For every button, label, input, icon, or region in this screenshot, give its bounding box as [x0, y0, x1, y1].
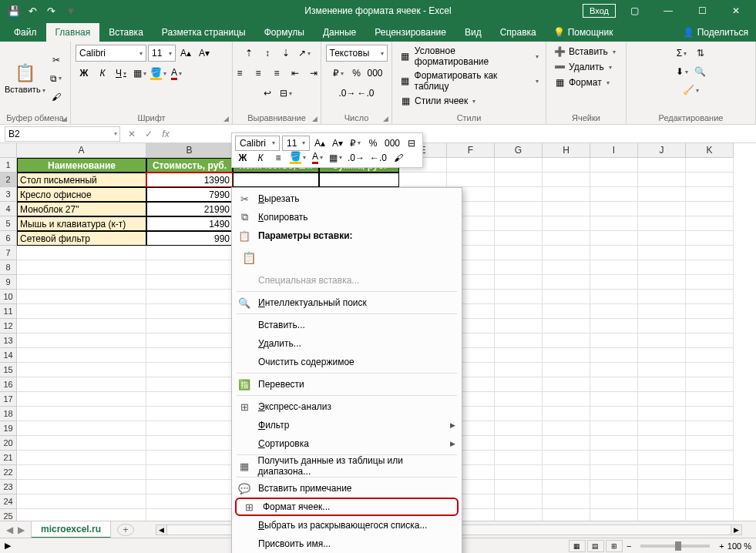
cell-B12[interactable] [146, 319, 233, 333]
cell-H12[interactable] [543, 319, 590, 333]
cell-B14[interactable] [146, 348, 233, 363]
cell-G25[interactable] [495, 509, 543, 521]
cell-H25[interactable] [543, 509, 590, 521]
cell-B22[interactable] [146, 465, 233, 480]
fill-color-icon[interactable]: 🪣▾ [150, 65, 166, 82]
cell-B15[interactable] [146, 363, 233, 377]
mini-italic-button[interactable]: К [253, 150, 268, 166]
cell-A8[interactable] [17, 260, 146, 275]
cell-I9[interactable] [590, 275, 638, 290]
enter-formula-icon[interactable]: ✓ [140, 129, 157, 139]
view-normal-icon[interactable]: ▦ [569, 540, 586, 552]
view-page-layout-icon[interactable]: ▤ [587, 540, 604, 552]
cell-I18[interactable] [590, 407, 638, 421]
ctx-quick-analysis[interactable]: ⊞Экспресс-анализ [232, 397, 462, 416]
cell-K3[interactable] [686, 187, 734, 202]
decrease-indent-icon[interactable]: ⇤ [287, 65, 304, 82]
cell-G5[interactable] [495, 216, 543, 231]
cell-I23[interactable] [590, 480, 638, 494]
cell-A7[interactable] [17, 246, 146, 260]
row-header-24[interactable]: 24 [0, 494, 17, 509]
cell-J7[interactable] [638, 246, 686, 260]
cell-B13[interactable] [146, 333, 233, 348]
cell-J16[interactable] [638, 377, 686, 392]
qat-customize-icon[interactable]: ▼ [63, 3, 79, 18]
cell-A13[interactable] [17, 333, 146, 348]
align-right-icon[interactable]: ≡ [268, 65, 285, 82]
cell-J20[interactable] [638, 436, 686, 451]
ctx-get-table-data[interactable]: ▦Получить данные из таблицы или диапазон… [232, 457, 462, 475]
cell-H1[interactable] [543, 158, 590, 173]
cell-G18[interactable] [495, 407, 543, 421]
mini-percent-icon[interactable]: % [365, 136, 381, 151]
cell-I10[interactable] [590, 290, 638, 304]
cell-B4[interactable]: 21990 [146, 202, 233, 216]
cell-I25[interactable] [590, 509, 638, 521]
cell-A6[interactable]: Сетевой фильтр [17, 231, 146, 246]
tell-me[interactable]: 💡Помощник [546, 23, 621, 42]
cell-K13[interactable] [686, 333, 734, 348]
cell-H23[interactable] [543, 480, 590, 494]
underline-button[interactable]: Ч▾ [113, 65, 129, 82]
cell-J1[interactable] [638, 158, 686, 173]
name-box[interactable]: B2▾ [5, 126, 120, 142]
tab-data[interactable]: Данные [314, 23, 365, 42]
number-launcher-icon[interactable]: ◢ [383, 115, 388, 122]
align-middle-icon[interactable]: ↕ [259, 45, 276, 62]
cell-G23[interactable] [495, 480, 543, 494]
tab-formulas[interactable]: Формулы [255, 23, 314, 42]
cell-J3[interactable] [638, 187, 686, 202]
tab-file[interactable]: Файл [5, 23, 46, 42]
cell-I17[interactable] [590, 392, 638, 407]
italic-button[interactable]: К [94, 65, 111, 82]
cell-A17[interactable] [17, 392, 146, 407]
mini-size-combo[interactable]: 11▾ [282, 136, 310, 151]
decrease-decimal-icon[interactable]: ←.0 [358, 85, 375, 102]
mini-format-painter-icon[interactable]: 🖌 [391, 150, 406, 166]
cell-J24[interactable] [638, 494, 686, 509]
cell-I1[interactable] [590, 158, 638, 173]
row-header-19[interactable]: 19 [0, 421, 17, 436]
cut-icon[interactable]: ✂ [48, 52, 65, 69]
zoom-out-button[interactable]: − [627, 541, 631, 551]
row-header-17[interactable]: 17 [0, 392, 17, 407]
cell-A22[interactable] [17, 465, 146, 480]
cell-K20[interactable] [686, 436, 734, 451]
save-icon[interactable]: 💾 [6, 3, 22, 18]
row-header-10[interactable]: 10 [0, 290, 17, 304]
cell-K25[interactable] [686, 509, 734, 521]
col-header-G[interactable]: G [495, 143, 543, 158]
mini-decimals-inc-icon[interactable]: .0→ [346, 150, 366, 166]
cell-G13[interactable] [495, 333, 543, 348]
cell-K24[interactable] [686, 494, 734, 509]
row-header-1[interactable]: 1 [0, 158, 17, 173]
mini-font-combo[interactable]: Calibri▾ [235, 136, 280, 151]
cell-B21[interactable] [146, 451, 233, 465]
clipboard-launcher-icon[interactable]: ◢ [62, 115, 67, 122]
row-header-7[interactable]: 7 [0, 246, 17, 260]
row-header-22[interactable]: 22 [0, 465, 17, 480]
format-as-table-button[interactable]: ▦Форматировать как таблицу▾ [397, 69, 541, 92]
increase-indent-icon[interactable]: ⇥ [305, 65, 322, 82]
cell-G9[interactable] [495, 275, 543, 290]
cell-K2[interactable] [686, 173, 734, 187]
cell-J22[interactable] [638, 465, 686, 480]
cell-A19[interactable] [17, 421, 146, 436]
cell-I6[interactable] [590, 231, 638, 246]
cell-G10[interactable] [495, 290, 543, 304]
cell-I13[interactable] [590, 333, 638, 348]
tab-home[interactable]: Главная [46, 23, 100, 42]
cell-I12[interactable] [590, 319, 638, 333]
cell-J2[interactable] [638, 173, 686, 187]
row-header-12[interactable]: 12 [0, 319, 17, 333]
copy-icon[interactable]: ⧉▾ [48, 70, 65, 87]
ctx-cut[interactable]: ✂Вырезать [232, 189, 462, 208]
cell-G22[interactable] [495, 465, 543, 480]
delete-cells-button[interactable]: ➖Удалить▾ [551, 60, 614, 74]
cell-G3[interactable] [495, 187, 543, 202]
cell-J12[interactable] [638, 319, 686, 333]
cell-G17[interactable] [495, 392, 543, 407]
sheet-tab-active[interactable]: microexcel.ru [31, 521, 111, 538]
font-color-icon[interactable]: A▾ [168, 65, 185, 82]
row-header-8[interactable]: 8 [0, 260, 17, 275]
